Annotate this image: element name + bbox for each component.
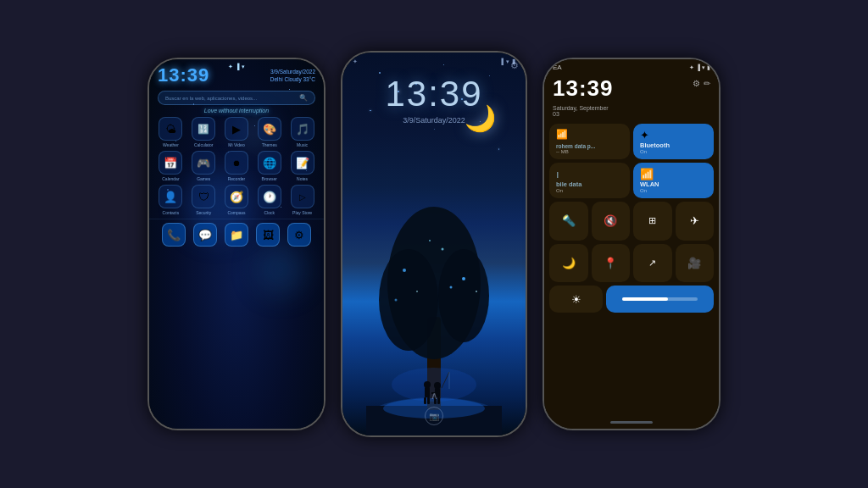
dock-messages[interactable]: 💬 <box>193 223 217 247</box>
app-label-calendar: Calendar <box>162 176 179 181</box>
app-label-mivideo: Mi Video <box>228 142 244 147</box>
app-recorder[interactable]: ⏺ Recorder <box>222 151 252 181</box>
app-music[interactable]: 🎵 Music <box>287 117 317 147</box>
app-games[interactable]: 🎮 Games <box>189 151 219 181</box>
lock-settings-icon[interactable]: ⚙ <box>510 57 519 72</box>
brightness-control[interactable]: ☀ <box>549 286 603 313</box>
small-tile-nfc[interactable]: ↗ <box>633 244 672 283</box>
app-label-contacts: Contacts <box>163 210 180 215</box>
ctrl-edit-icon[interactable]: ✏ <box>704 79 710 88</box>
tile-bt-icon: ✦ <box>640 129 649 141</box>
svg-rect-18 <box>424 397 426 404</box>
home-indicator <box>610 421 653 424</box>
cast-icon: ⊞ <box>648 215 656 226</box>
search-bar[interactable]: Buscar en la web, aplicaciones, videos..… <box>158 91 315 105</box>
browser-icon: 🌐 <box>258 151 281 175</box>
playstore-icon: ▷ <box>291 185 314 208</box>
small-tile-location[interactable]: 📍 <box>592 244 631 283</box>
compass-icon: 🧭 <box>225 185 248 208</box>
svg-point-13 <box>395 299 398 302</box>
app-label-browser: Browser <box>262 176 277 181</box>
small-tile-mute[interactable]: 🔇 <box>592 202 631 241</box>
svg-point-4 <box>379 249 438 351</box>
app-notes[interactable]: 📝 Notes <box>287 151 317 181</box>
tile-bluetooth[interactable]: ✦ Bluetooth On <box>633 124 714 159</box>
lock-chevron-up: ∧ <box>431 390 438 402</box>
dock-phone[interactable]: 📞 <box>162 223 186 247</box>
tile-bt-sub: On <box>640 149 707 154</box>
tile-mobile-data-sub: -- MB <box>556 149 623 154</box>
small-tile-row-2: 🌙 📍 ↗ 🎥 <box>544 244 719 283</box>
app-themes[interactable]: 🎨 Themes <box>254 117 284 147</box>
app-grid-row1: 🌤 Weather 🔢 Calculator ▶ Mi Video 🎨 Them… <box>149 117 324 147</box>
app-security[interactable]: 🛡 Security <box>189 185 219 215</box>
calendar-icon: 📅 <box>159 151 182 175</box>
app-calendar[interactable]: 📅 Calendar <box>156 151 186 181</box>
ctrl-time-block: 13:39 Saturday, September 03 <box>553 75 614 117</box>
svg-rect-17 <box>425 387 430 397</box>
tile-wlan[interactable]: 📶 WLAN On <box>633 163 714 198</box>
home-screen: 13:39 3/9/Saturday/2022 Delhi Cloudy 33°… <box>149 59 324 429</box>
lock-time: 13:39 <box>342 74 526 114</box>
app-calculator[interactable]: 🔢 Calculator <box>189 117 219 147</box>
small-tile-cast[interactable]: ⊞ <box>633 202 672 241</box>
tile-bt-top: ✦ <box>640 129 707 141</box>
tile-mobile-data-label: rohem data p... <box>556 143 623 149</box>
app-playstore[interactable]: ▷ Play Store <box>287 185 317 215</box>
svg-point-5 <box>438 249 489 342</box>
airplane-icon: ✈ <box>690 214 699 227</box>
ctrl-battery-icon: ▮ <box>707 64 710 71</box>
camera-icon: 📷 <box>429 412 439 421</box>
bluetooth-icon: ✦ <box>228 64 233 70</box>
lock-date: 3/9/Saturday/2022 <box>342 116 526 125</box>
volume-control[interactable] <box>606 286 714 313</box>
small-tile-airplane[interactable]: ✈ <box>676 202 715 241</box>
phone-icon: 📞 <box>162 223 186 247</box>
nfc-icon: ↗ <box>648 258 656 269</box>
home-date: 3/9/Saturday/2022 <box>270 68 315 75</box>
app-label-themes: Themes <box>262 142 277 147</box>
tile-mobile-data-2[interactable]: ı bile data On <box>549 163 630 198</box>
ctrl-settings-icon[interactable]: ⚙ <box>693 79 700 88</box>
carrier-label: EA <box>553 64 562 71</box>
app-mivideo[interactable]: ▶ Mi Video <box>222 117 252 147</box>
tile-wlan-label: WLAN <box>640 180 707 188</box>
small-tile-torch[interactable]: 🔦 <box>549 202 588 241</box>
app-browser[interactable]: 🌐 Browser <box>254 151 284 181</box>
home-date-weather: 3/9/Saturday/2022 Delhi Cloudy 33°C <box>270 68 315 83</box>
small-tile-video[interactable]: 🎥 <box>676 244 715 283</box>
signal-icon: ▐ <box>236 64 240 70</box>
ctrl-status-bar: EA ✦ ▐ ▾ ▮ <box>544 59 719 74</box>
tile-mobile-data[interactable]: 📶 rohem data p... -- MB <box>549 124 630 159</box>
app-contacts[interactable]: 👤 Contacts <box>156 185 186 215</box>
svg-point-14 <box>476 291 477 292</box>
dock-gallery[interactable]: 🖼 <box>256 223 280 247</box>
svg-point-11 <box>450 286 453 289</box>
main-tile-grid: 📶 rohem data p... -- MB ✦ Bluetooth On <box>544 120 719 202</box>
app-weather[interactable]: 🌤 Weather <box>156 117 186 147</box>
search-text: Buscar en la web, aplicaciones, videos..… <box>165 96 299 101</box>
app-label-compass: Compass <box>227 210 245 215</box>
left-phone: 13:39 3/9/Saturday/2022 Delhi Cloudy 33°… <box>147 58 326 430</box>
app-label-recorder: Recorder <box>228 176 246 181</box>
home-weather: Delhi Cloudy 33°C <box>270 75 315 83</box>
svg-point-9 <box>462 277 465 280</box>
app-label-calculator: Calculator <box>194 142 214 147</box>
settings-icon: ⚙ <box>287 223 311 247</box>
lock-camera-button[interactable]: 📷 <box>425 407 443 425</box>
ctrl-action-icons: ⚙ ✏ <box>693 75 710 88</box>
app-clock[interactable]: 🕐 Clock <box>254 185 284 215</box>
small-tile-dnd[interactable]: 🌙 <box>549 244 588 283</box>
tile-wlan-sub: On <box>640 188 707 193</box>
app-grid-row2: 📅 Calendar 🎮 Games ⏺ Recorder 🌐 Browser … <box>149 151 324 181</box>
clock-icon: 🕐 <box>258 185 281 208</box>
control-center: EA ✦ ▐ ▾ ▮ 13:39 Saturday, September 03 … <box>544 59 719 429</box>
search-icon: 🔍 <box>299 94 308 102</box>
dock-files[interactable]: 📁 <box>225 223 248 247</box>
volume-fill <box>622 297 667 301</box>
app-compass[interactable]: 🧭 Compass <box>222 185 252 215</box>
svg-point-16 <box>424 381 431 388</box>
security-icon: 🛡 <box>192 185 215 208</box>
dock-settings[interactable]: ⚙ <box>287 223 311 247</box>
mute-icon: 🔇 <box>604 214 617 227</box>
